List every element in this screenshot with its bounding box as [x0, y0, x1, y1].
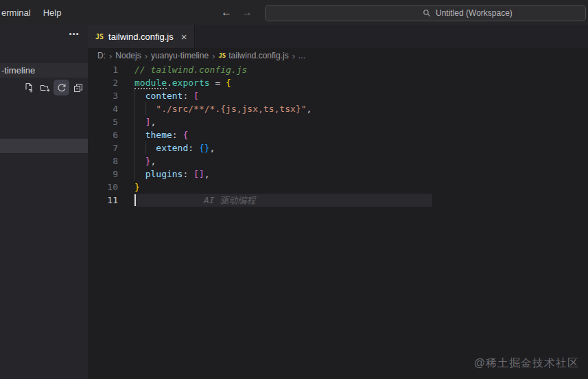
breadcrumb-separator-icon: ›	[212, 51, 215, 60]
line-number: 1	[88, 63, 118, 76]
code-lines: 1// tailwind.config.js2module.exports = …	[88, 63, 588, 207]
command-center-content: Untitled (Workspace)	[422, 5, 513, 21]
line-number: 8	[88, 154, 118, 168]
tab-tailwind-config[interactable]: JS tailwind.config.js ×	[88, 25, 195, 48]
code-line[interactable]: 6 theme: {	[88, 128, 588, 141]
breadcrumb-separator-icon: ›	[109, 51, 112, 60]
breadcrumb-item[interactable]: JStailwind.config.js	[218, 51, 288, 60]
explorer-selected-item[interactable]	[0, 139, 88, 153]
new-folder-icon[interactable]	[37, 80, 53, 95]
breadcrumb-separator-icon: ›	[292, 51, 295, 60]
breadcrumb-items: D:›Nodejs›yuanyu-timeline›JStailwind.con…	[97, 51, 305, 60]
breadcrumb-item[interactable]: Nodejs	[115, 51, 141, 60]
line-content: AI 驱动编程	[118, 194, 134, 207]
breadcrumb-item[interactable]: ...	[298, 51, 305, 60]
line-content: }	[118, 181, 140, 194]
back-arrow-icon[interactable]: ←	[221, 6, 232, 19]
line-content: content: [	[118, 89, 199, 102]
new-file-icon[interactable]	[21, 80, 36, 95]
text-cursor	[134, 194, 136, 206]
line-content: },	[118, 154, 156, 168]
line-content: plugins: [],	[118, 168, 210, 181]
editor-group: JS tailwind.config.js × D:›Nodejs›yuanyu…	[88, 25, 588, 379]
line-content: theme: {	[118, 128, 188, 141]
menu-item-help[interactable]: Help	[37, 8, 68, 18]
js-file-icon: JS	[218, 52, 226, 59]
workspace-folder-label: -timeline	[0, 65, 35, 76]
line-number: 7	[88, 141, 118, 154]
line-number: 5	[88, 115, 118, 128]
menu-item-terminal[interactable]: erminal	[0, 8, 37, 18]
inline-suggestion-strip: AI 驱动编程	[134, 194, 432, 207]
explorer-sidebar: ⋯ -timeline	[0, 25, 88, 379]
close-tab-icon[interactable]: ×	[181, 32, 187, 42]
watermark-text: @稀土掘金技术社区	[474, 356, 579, 371]
code-line[interactable]: 1// tailwind.config.js	[88, 63, 588, 76]
line-content: module.exports = {	[118, 76, 231, 89]
code-line[interactable]: 4 "./src/**/*.{js,jsx,ts,tsx}",	[88, 102, 588, 115]
code-editor[interactable]: 1// tailwind.config.js2module.exports = …	[88, 63, 588, 379]
title-bar: erminal Help ← → Untitled (Workspace)	[0, 0, 588, 25]
code-line[interactable]: 5 ],	[88, 115, 588, 128]
tab-label: tailwind.config.js	[108, 32, 174, 42]
code-line[interactable]: 11AI 驱动编程	[88, 194, 588, 207]
line-content: "./src/**/*.{js,jsx,ts,tsx}",	[118, 102, 311, 115]
forward-arrow-icon[interactable]: →	[242, 6, 252, 19]
line-content: extend: {},	[118, 141, 215, 154]
line-number: 6	[88, 128, 118, 141]
line-number: 4	[88, 102, 118, 115]
history-navigation: ← →	[221, 0, 252, 25]
explorer-actions	[21, 80, 86, 95]
code-line[interactable]: 2module.exports = {	[88, 76, 588, 89]
breadcrumb: D:›Nodejs›yuanyu-timeline›JStailwind.con…	[88, 48, 588, 63]
line-content: ],	[118, 115, 156, 128]
collapse-folders-icon[interactable]	[70, 80, 86, 95]
menu-bar: erminal Help	[0, 0, 67, 25]
line-number: 11	[88, 194, 118, 207]
refresh-explorer-icon[interactable]	[54, 80, 69, 95]
line-content: // tailwind.config.js	[118, 63, 247, 76]
breadcrumb-item[interactable]: yuanyu-timeline	[151, 51, 209, 60]
workspace-title: Untitled (Workspace)	[436, 8, 513, 18]
breadcrumb-item[interactable]: D:	[97, 51, 106, 60]
code-line[interactable]: 10}	[88, 181, 588, 194]
command-center-searchbox[interactable]: Untitled (Workspace)	[265, 5, 586, 21]
more-actions-icon[interactable]: ⋯	[69, 31, 80, 38]
search-icon	[422, 8, 432, 18]
workspace-folder-header[interactable]: -timeline	[0, 63, 88, 78]
breadcrumb-separator-icon: ›	[145, 51, 148, 60]
js-file-icon: JS	[95, 33, 104, 41]
line-number: 9	[88, 168, 118, 181]
code-line[interactable]: 9 plugins: [],	[88, 168, 588, 181]
ghost-text: AI 驱动编程	[204, 194, 255, 207]
code-line[interactable]: 8 },	[88, 154, 588, 168]
line-number: 3	[88, 89, 118, 102]
vscode-window: erminal Help ← → Untitled (Workspace) ⋯ …	[0, 0, 588, 379]
code-line[interactable]: 3 content: [	[88, 89, 588, 102]
tab-bar: JS tailwind.config.js ×	[88, 25, 588, 48]
code-line[interactable]: 7 extend: {},	[88, 141, 588, 154]
line-number: 2	[88, 76, 118, 89]
line-number: 10	[88, 181, 118, 194]
